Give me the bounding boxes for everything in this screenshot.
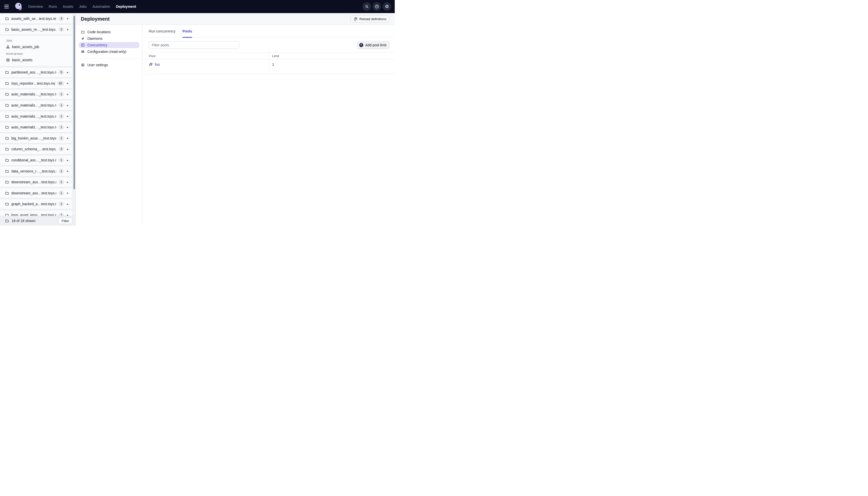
chevron-right-icon[interactable]: ▸ [66,169,69,173]
chevron-right-icon[interactable]: ▸ [66,104,69,107]
repo-row[interactable]: conditional_ass…_test.toys.repo 1 ▸ [0,155,72,166]
nav-item-assets[interactable]: Assets [63,4,73,9]
plus-icon: + [359,43,363,47]
folder-icon [5,103,9,107]
chevron-right-icon[interactable]: ▸ [66,114,69,118]
subnav-item-user-settings[interactable]: User settings [79,62,139,68]
job-item[interactable]: basic_assets_job [6,44,69,50]
repo-row[interactable]: downstream_ass…test.toys.rep 1 ▸ [0,188,72,198]
nav-item-deployment[interactable]: Deployment [116,4,136,9]
pools-toolbar: + Add pool limit [142,37,395,52]
nav-item-overview[interactable]: Overview [28,4,43,9]
column-header-limit: Limit [269,52,395,59]
folder-icon [5,28,9,31]
concurrency-icon [81,43,85,47]
asset-sidebar: assets_with_se…test.toys.repo 3 ▸ basic_… [0,13,76,226]
repo-count-badge: 1 [59,92,64,96]
asset-groups-section-label: Asset groups [6,52,69,55]
subnav-item-configuration[interactable]: Configuration (read-only) [79,49,139,55]
repos-shown-count: 18 of 18 shown [12,219,35,223]
repo-row[interactable]: partitioned_ass…_test.toys.rep 5 ▸ [0,67,72,78]
tab-pools[interactable]: Pools [183,25,192,37]
repo-row[interactable]: auto_materializ…_test.toys.repo 1 ▸ [0,89,72,99]
reload-definitions-button[interactable]: Reload definitions [350,15,390,23]
repo-name: basic_assets_re…_test.toys.rep [11,28,57,31]
repo-count-badge: 3 [59,147,64,151]
subnav-item-daemons[interactable]: Daemons [79,35,139,42]
nav-item-runs[interactable]: Runs [49,4,57,9]
help-icon [375,4,379,9]
search-button[interactable] [363,2,371,11]
repo-count-badge: 1 [59,202,64,206]
repo-row[interactable]: auto_materializ…_test.toys.repo 1 ▸ [0,100,72,110]
chevron-right-icon[interactable]: ▸ [66,93,69,96]
chevron-right-icon[interactable]: ▸ [66,191,69,195]
repo-row[interactable]: big_honkin_asse…_test.toys.rep 1 ▸ [0,133,72,143]
repo-count-badge: 1 [59,180,64,184]
repo-count-badge: 1 [59,169,64,173]
repo-count-badge: 1 [59,103,64,108]
repo-row[interactable]: column_schema_…test.toys.rep 3 ▸ [0,144,72,154]
chevron-right-icon[interactable]: ▸ [66,126,69,129]
subnav-item-code-locations[interactable]: Code locations [79,29,139,35]
column-header-pool: Pool [142,52,269,59]
pool-cell: foo [142,60,269,74]
asset-group-item[interactable]: basic_assets [6,57,69,63]
repo-row[interactable]: data_versions_r…_test.toys.rep 1 ▸ [0,166,72,176]
filter-button[interactable]: Filter [58,218,73,224]
reload-definitions-icon [354,17,358,21]
repo-name: assets_with_se…test.toys.repo [11,17,57,21]
tab-run-concurrency[interactable]: Run concurrency [149,25,175,37]
repo-row[interactable]: assets_with_se…test.toys.repo 3 ▸ [0,13,72,24]
nav-item-jobs[interactable]: Jobs [79,4,86,9]
repo-row[interactable]: toys_repositor…test.toys.repo 42 ▸ [0,78,72,88]
repo-row[interactable]: downstream_ass…test.toys.rep 1 ▸ [0,177,72,187]
dagster-logo-icon[interactable] [14,2,23,11]
repo-name: downstream_ass…test.toys.rep [11,180,57,184]
folder-icon [5,169,9,173]
chevron-right-icon[interactable]: ▸ [66,17,69,20]
add-pool-limit-button[interactable]: + Add pool limit [357,41,390,49]
chevron-right-icon[interactable]: ▸ [66,202,69,206]
repo-count-badge: 3 [59,16,64,21]
chevron-right-icon[interactable]: ▸ [66,159,69,162]
chevron-down-icon[interactable]: ▾ [66,28,69,31]
subnav-label: Daemons [88,36,102,41]
folder-icon [5,17,9,21]
repo-row[interactable]: graph_backed_a…test.toys.repo 1 ▸ [0,199,72,209]
folder-icon [5,136,9,140]
chevron-right-icon[interactable]: ▸ [66,148,69,151]
pools-table: Pool Limit foo 1 [142,52,395,74]
repo-list: assets_with_se…test.toys.repo 3 ▸ basic_… [0,13,76,220]
nav-item-automation[interactable]: Automation [92,4,110,9]
settings-button[interactable]: ⚙ [383,2,391,11]
repo-name: graph_backed_a…test.toys.repo [11,202,57,206]
page-header: Deployment Reload definitions [76,13,395,25]
chevron-right-icon[interactable]: ▸ [66,137,69,140]
jobs-section-label: Jobs [6,39,69,42]
deployment-content: Code locations Daemons Concurrency Confi… [76,25,395,226]
concurrency-pane: Run concurrency Pools + Add pool limit P… [142,25,395,226]
repo-row-expanded[interactable]: basic_assets_re…_test.toys.rep 2 ▾ [0,25,72,35]
filter-pools-input[interactable] [149,41,239,49]
help-button[interactable] [373,2,381,11]
chevron-right-icon[interactable]: ▸ [66,71,69,74]
sidebar-scrollbar[interactable] [74,16,75,189]
repo-row[interactable]: auto_materializ…_test.toys.repo 1 ▸ [0,122,72,133]
pools-table-header: Pool Limit [142,52,395,60]
pool-link-foo[interactable]: foo [155,62,160,66]
folder-icon [5,70,9,74]
search-icon [365,4,369,9]
chevron-right-icon[interactable]: ▸ [66,81,69,85]
repo-count-badge: 1 [59,136,64,140]
subnav-item-concurrency[interactable]: Concurrency [79,42,139,48]
repo-count-badge: 1 [59,125,64,129]
repo-row[interactable]: auto_materializ…_test.toys.repo 1 ▸ [0,111,72,121]
concurrency-tabs: Run concurrency Pools [142,25,395,37]
folder-icon [5,114,9,118]
repo-count-badge: 1 [59,114,64,119]
menu-icon[interactable] [3,2,12,11]
repo-name: downstream_ass…test.toys.rep [11,191,57,195]
chevron-right-icon[interactable]: ▸ [66,181,69,184]
repo-count-badge: 5 [59,70,64,75]
